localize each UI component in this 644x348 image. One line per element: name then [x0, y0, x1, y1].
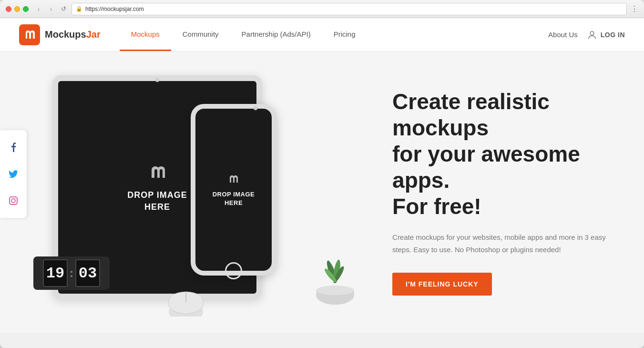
instagram-link[interactable] [0, 187, 27, 214]
svg-rect-1 [10, 197, 17, 205]
logo-icon [19, 24, 40, 45]
logo-text: MockupsJar [45, 29, 101, 40]
header-right: About Us LOG IN [548, 30, 625, 40]
window-controls [6, 6, 29, 12]
tablet-drop-text: DROP IMAGEHERE [127, 189, 187, 213]
svg-point-0 [590, 31, 594, 35]
maximize-button[interactable] [23, 6, 29, 12]
forward-button[interactable]: › [47, 5, 55, 13]
cta-button[interactable]: I'M FEELING LUCKY [392, 273, 492, 296]
mouse-widget [162, 288, 219, 318]
clock-widget: 19 : 03 [33, 256, 110, 290]
hero-headline: Create realistic mockups for your awesom… [392, 89, 615, 220]
social-sidebar [0, 130, 27, 218]
refresh-button[interactable]: ↺ [59, 5, 68, 13]
site-header: MockupsJar Mockups Community Partnership… [0, 18, 644, 51]
svg-point-9 [316, 286, 354, 295]
hero-section: DROP IMAGEHERE DROP IMAGEHERE [0, 51, 644, 333]
plant-svg [307, 250, 364, 307]
url-text: https://mockupsjar.com [85, 6, 623, 12]
nav-community[interactable]: Community [171, 18, 230, 51]
browser-titlebar: ‹ › ↺ 🔒 https://mockupsjar.com ⋮ [0, 0, 644, 18]
tablet-drop-icon [147, 162, 168, 183]
lock-icon: 🔒 [76, 6, 82, 12]
phone-mockup[interactable]: DROP IMAGEHERE [191, 104, 286, 276]
website-content: MockupsJar Mockups Community Partnership… [0, 18, 644, 333]
minimize-button[interactable] [14, 6, 20, 12]
address-bar[interactable]: 🔒 https://mockupsjar.com [72, 3, 627, 15]
close-button[interactable] [6, 6, 11, 12]
svg-point-3 [15, 198, 16, 199]
twitter-link[interactable] [0, 161, 27, 187]
nav-pricing[interactable]: Pricing [322, 18, 367, 51]
svg-point-2 [11, 199, 15, 203]
plant-widget [307, 250, 364, 309]
browser-window: ‹ › ↺ 🔒 https://mockupsjar.com ⋮ Mockups… [0, 0, 644, 348]
phone-drop-text: DROP IMAGEHERE [213, 190, 255, 207]
hero-subtitle: Create mockups for your websites, mobile… [392, 231, 615, 256]
nav-mockups[interactable]: Mockups [120, 18, 171, 51]
back-button[interactable]: ‹ [34, 5, 43, 13]
site-nav: Mockups Community Partnership (Ads/API) … [120, 18, 548, 51]
clock-minute: 03 [75, 259, 100, 287]
clock-hour: 19 [43, 259, 68, 287]
nav-partnership[interactable]: Partnership (Ads/API) [230, 18, 322, 51]
login-button[interactable]: LOG IN [587, 30, 625, 40]
about-link[interactable]: About Us [548, 31, 578, 39]
browser-nav-controls: ‹ › ↺ [34, 5, 68, 13]
mouse-svg [162, 288, 210, 317]
logo[interactable]: MockupsJar [19, 24, 101, 45]
hero-devices: DROP IMAGEHERE DROP IMAGEHERE [29, 66, 383, 318]
phone-drop-icon [227, 172, 240, 185]
facebook-link[interactable] [0, 134, 27, 161]
hero-text: Create realistic mockups for your awesom… [383, 70, 644, 315]
browser-menu-button[interactable]: ⋮ [631, 4, 638, 13]
user-icon [587, 30, 597, 40]
